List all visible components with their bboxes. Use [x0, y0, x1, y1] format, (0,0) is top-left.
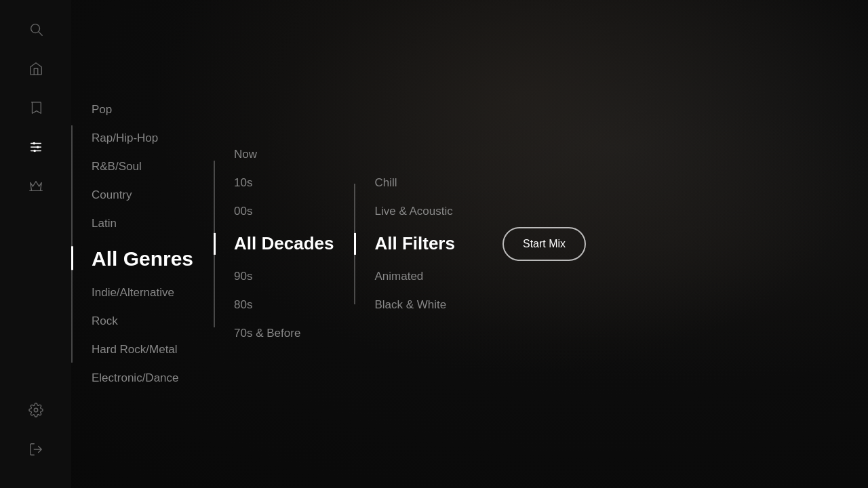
- main-content: Pop Rap/Hip-Hop R&B/Soul Country Latin A…: [71, 0, 868, 488]
- decade-70s-before[interactable]: 70s & Before: [234, 319, 334, 348]
- decade-90s[interactable]: 90s: [234, 262, 334, 291]
- decade-column: Now 10s 00s All Decades 90s 80s 70s & Be…: [214, 140, 354, 348]
- svg-point-7: [33, 150, 36, 152]
- genre-hard-rock-metal[interactable]: Hard Rock/Metal: [92, 336, 193, 364]
- settings-icon: [28, 403, 43, 420]
- genre-rock[interactable]: Rock: [92, 307, 193, 336]
- home-icon: [28, 61, 43, 79]
- svg-point-6: [36, 146, 39, 148]
- filter-all-filters[interactable]: All Filters: [374, 226, 454, 262]
- sidebar-nav: [19, 14, 53, 394]
- sidebar-item-search[interactable]: [19, 14, 53, 47]
- columns-wrapper: Pop Rap/Hip-Hop R&B/Soul Country Latin A…: [71, 96, 586, 392]
- logout-icon: [28, 442, 43, 460]
- filter-animated[interactable]: Animated: [374, 262, 454, 291]
- sidebar-item-bookmark[interactable]: [19, 92, 53, 126]
- sidebar-item-equalizer[interactable]: [19, 131, 53, 165]
- svg-line-1: [39, 32, 42, 35]
- sidebar-bottom: [19, 394, 53, 474]
- decade-all-decades[interactable]: All Decades: [234, 226, 334, 262]
- sidebar: [0, 0, 71, 488]
- decade-10s[interactable]: 10s: [234, 169, 334, 197]
- filter-column: Chill Live & Acoustic All Filters Animat…: [354, 169, 475, 319]
- equalizer-icon: [28, 140, 43, 157]
- start-mix-button[interactable]: Start Mix: [502, 227, 586, 261]
- search-icon: [28, 22, 43, 39]
- svg-point-8: [34, 408, 38, 412]
- genre-electronic-dance[interactable]: Electronic/Dance: [92, 364, 193, 392]
- genre-rap-hiphop[interactable]: Rap/Hip-Hop: [92, 124, 193, 152]
- sidebar-item-crown[interactable]: [19, 171, 53, 205]
- filter-live-acoustic[interactable]: Live & Acoustic: [374, 197, 454, 226]
- svg-point-0: [31, 24, 39, 33]
- crown-icon: [28, 179, 43, 197]
- genre-latin[interactable]: Latin: [92, 209, 193, 238]
- sidebar-item-settings[interactable]: [19, 394, 53, 428]
- svg-point-5: [33, 142, 35, 145]
- decade-80s[interactable]: 80s: [234, 291, 334, 319]
- sidebar-item-home[interactable]: [19, 53, 53, 87]
- genre-rnb-soul[interactable]: R&B/Soul: [92, 152, 193, 181]
- genre-pop[interactable]: Pop: [92, 96, 193, 124]
- sidebar-item-logout[interactable]: [19, 434, 53, 468]
- bookmark-icon: [28, 100, 43, 118]
- filter-chill[interactable]: Chill: [374, 169, 454, 197]
- genre-all-genres[interactable]: All Genres: [92, 239, 193, 279]
- decade-00s[interactable]: 00s: [234, 197, 334, 226]
- genre-indie-alternative[interactable]: Indie/Alternative: [92, 279, 193, 307]
- genre-country[interactable]: Country: [92, 181, 193, 209]
- genre-column: Pop Rap/Hip-Hop R&B/Soul Country Latin A…: [71, 96, 214, 392]
- filter-black-white[interactable]: Black & White: [374, 291, 454, 319]
- decade-now[interactable]: Now: [234, 140, 334, 169]
